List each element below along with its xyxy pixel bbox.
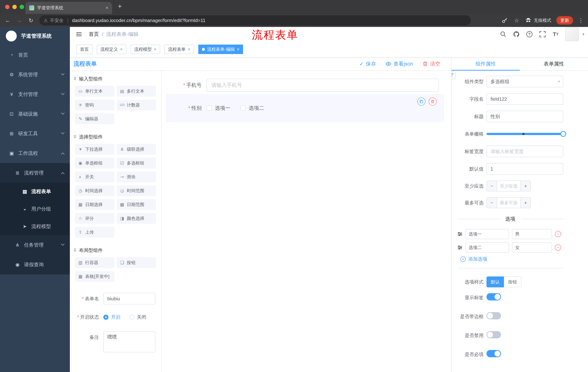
tag-close-icon[interactable]: × bbox=[154, 47, 157, 52]
sidebar-item-workflow[interactable]: ▣ 工作流程 bbox=[0, 143, 70, 163]
link-anchor-button[interactable] bbox=[451, 72, 455, 79]
browser-menu-icon[interactable]: ⋮ bbox=[578, 17, 584, 24]
sidebar-item-devtools[interactable]: ⊞ 研发工具 bbox=[0, 124, 70, 143]
palette-item-counter[interactable]: 123计数器 bbox=[117, 100, 156, 110]
gender-option1-checkbox[interactable]: 选项一 bbox=[207, 105, 230, 112]
tag-home[interactable]: 首页 bbox=[76, 45, 92, 54]
palette-item-editor[interactable]: ✎编辑器 bbox=[75, 113, 115, 124]
close-window-button[interactable] bbox=[5, 5, 10, 9]
palette-item-select[interactable]: ▾下拉选择 bbox=[75, 144, 115, 155]
palette-item-checkbox-group[interactable]: ☑多选框组 bbox=[117, 158, 156, 169]
sidebar-item-process-management[interactable]: ≣ 流程管理 bbox=[0, 163, 70, 183]
bookmark-star-icon[interactable]: ☆ bbox=[514, 17, 520, 24]
decrement-button[interactable]: − bbox=[487, 198, 497, 208]
style-default-button[interactable]: 默认 bbox=[486, 276, 504, 287]
save-button[interactable]: ✓ 保存 bbox=[359, 60, 376, 67]
status-off-radio[interactable]: 关闭 bbox=[129, 314, 146, 320]
add-option-button[interactable]: + 添加选项 bbox=[460, 256, 563, 262]
max-select-value[interactable]: 最多可选 bbox=[497, 198, 520, 208]
palette-item-table[interactable]: ▦表格[开发中] bbox=[75, 271, 115, 282]
palette-item-date-picker[interactable]: ▦日期选择 bbox=[75, 199, 115, 210]
palette-item-time-picker[interactable]: ◷时间选择 bbox=[75, 185, 115, 196]
tab-form-props[interactable]: 表单属性 bbox=[520, 57, 588, 70]
sidebar-item-payment[interactable]: ¥ 支付管理 bbox=[0, 85, 70, 104]
avatar-caret-icon[interactable]: ▾ bbox=[583, 32, 584, 36]
tag-process-model[interactable]: 流程模型 × bbox=[131, 45, 160, 54]
border-switch[interactable] bbox=[486, 312, 501, 319]
label-width-input[interactable] bbox=[486, 146, 563, 157]
copy-field-button[interactable] bbox=[417, 97, 425, 106]
increment-button[interactable]: + bbox=[520, 181, 531, 191]
palette-item-multi-text[interactable]: ▤多行文本 bbox=[117, 86, 156, 97]
search-icon[interactable] bbox=[500, 31, 507, 38]
phone-input[interactable] bbox=[207, 79, 439, 92]
help-icon[interactable]: ? bbox=[526, 31, 533, 38]
sidebar-item-process-model[interactable]: ➤ 流程模型 bbox=[0, 218, 70, 235]
reload-icon[interactable]: ↻ bbox=[28, 17, 34, 24]
decrement-button[interactable]: − bbox=[487, 181, 497, 191]
field-name-input[interactable] bbox=[486, 93, 563, 105]
forward-icon[interactable]: → bbox=[16, 17, 22, 23]
sidebar-item-home[interactable]: ◔ 首页 bbox=[0, 45, 70, 65]
address-bar[interactable]: ⚠ 不安全 | dashboard.yudao.iocoder.cn/bpm/m… bbox=[39, 15, 471, 25]
avatar[interactable] bbox=[565, 27, 579, 41]
tab-close-icon[interactable]: × bbox=[105, 5, 108, 11]
required-switch[interactable] bbox=[486, 350, 501, 357]
slider-track[interactable] bbox=[486, 133, 563, 135]
sidebar-fold-icon[interactable] bbox=[76, 31, 82, 37]
palette-item-switch[interactable]: ◐开关 bbox=[75, 171, 115, 182]
palette-item-password[interactable]: ✳密码 bbox=[75, 100, 115, 110]
form-name-input[interactable] bbox=[103, 293, 155, 305]
drag-handle-icon[interactable] bbox=[457, 232, 462, 237]
security-indicator[interactable]: ⚠ 不安全 bbox=[44, 18, 63, 23]
clear-button[interactable]: 清空 bbox=[422, 60, 440, 67]
remove-option-button[interactable]: − bbox=[555, 231, 561, 237]
option-value-input[interactable] bbox=[512, 242, 552, 253]
palette-item-upload[interactable]: ⇪上传 bbox=[75, 227, 115, 238]
palette-item-color-picker[interactable]: ◨颜色选择 bbox=[117, 213, 156, 224]
form-remark-textarea[interactable]: 嘿嘿 bbox=[103, 331, 155, 352]
palette-item-single-text[interactable]: ▭单行文本 bbox=[75, 86, 115, 97]
canvas-field-gender-selected[interactable]: 性别 选项一 选项二 bbox=[166, 94, 444, 122]
canvas-field-phone[interactable]: 手机号 bbox=[166, 79, 446, 92]
slider-handle[interactable] bbox=[560, 131, 566, 137]
component-type-select[interactable]: 多选框组 ▾ bbox=[486, 76, 563, 87]
tag-close-icon[interactable]: × bbox=[120, 47, 123, 52]
option-label-input[interactable] bbox=[465, 229, 509, 239]
option-label-input[interactable] bbox=[465, 242, 509, 253]
default-value-input[interactable] bbox=[486, 163, 563, 175]
delete-field-button[interactable] bbox=[429, 97, 437, 106]
option-value-input[interactable] bbox=[512, 229, 552, 239]
new-tab-button[interactable]: + bbox=[118, 2, 122, 10]
disabled-switch[interactable] bbox=[486, 331, 501, 338]
palette-item-button[interactable]: ❏按钮 bbox=[117, 257, 156, 268]
palette-item-date-range[interactable]: ▩日期范围 bbox=[117, 199, 156, 210]
tag-close-icon[interactable]: × bbox=[188, 47, 190, 52]
sidebar-item-system[interactable]: ⚙ 系统管理 bbox=[0, 65, 70, 85]
show-label-switch[interactable] bbox=[486, 293, 501, 300]
grid-slider[interactable] bbox=[486, 128, 563, 140]
status-on-radio[interactable]: 开启 bbox=[103, 314, 120, 320]
style-button-button[interactable]: 按钮 bbox=[504, 276, 521, 287]
view-json-button[interactable]: 查看json bbox=[386, 60, 413, 67]
sidebar-item-user-group[interactable]: ◒ 用户分组 bbox=[0, 200, 70, 218]
tag-process-definition[interactable]: 流程定义 × bbox=[97, 45, 126, 54]
breadcrumb-home[interactable]: 首页 bbox=[89, 31, 99, 38]
browser-update-button[interactable]: 更新 bbox=[556, 16, 573, 25]
sidebar-item-infra[interactable]: ⊡ 基础设施 bbox=[0, 104, 70, 124]
tag-process-form-edit[interactable]: 流程表单-编辑 × bbox=[198, 45, 243, 54]
palette-item-cascader[interactable]: ⋔级联选择 bbox=[117, 144, 156, 155]
back-icon[interactable]: ← bbox=[4, 17, 11, 23]
drag-handle-icon[interactable] bbox=[457, 245, 462, 250]
palette-item-row-container[interactable]: ▥行容器 bbox=[75, 257, 115, 268]
tab-component-props[interactable]: 组件属性 bbox=[452, 57, 520, 70]
minimize-window-button[interactable] bbox=[12, 5, 17, 9]
key-icon[interactable] bbox=[501, 17, 508, 24]
fullscreen-icon[interactable] bbox=[539, 31, 546, 38]
palette-item-time-range[interactable]: ◶时间范围 bbox=[117, 185, 156, 196]
font-size-icon[interactable]: TT bbox=[552, 31, 559, 38]
github-icon[interactable] bbox=[513, 31, 520, 38]
tag-process-form[interactable]: 流程表单 × bbox=[165, 45, 194, 54]
palette-item-radio-group[interactable]: ◉单选框组 bbox=[75, 158, 115, 169]
min-select-value[interactable]: 至少应选 bbox=[497, 181, 520, 191]
